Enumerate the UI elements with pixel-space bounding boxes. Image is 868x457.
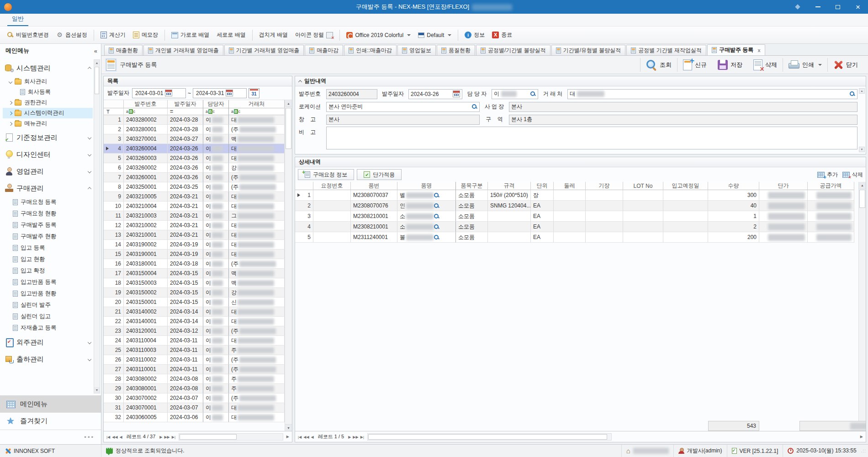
list-filter-cell[interactable]: aBc <box>229 108 285 115</box>
list-row[interactable]: 1824031500032024-03-15이맥 <box>104 278 292 288</box>
record-nav-button[interactable]: ▶| <box>360 435 365 439</box>
scroll-right-button[interactable]: ▶ <box>286 435 290 439</box>
detail-row[interactable]: 3M2308210001소소모품EA1 <box>295 211 866 222</box>
list-row[interactable]: 3224030600052024-03-06이대 <box>104 413 292 422</box>
list-row[interactable]: 2424031100042024-03-11이대 <box>104 336 292 345</box>
theme-dropdown[interactable]: Office 2019 Colorful <box>343 30 414 40</box>
detail-column-수량[interactable]: 수량 <box>708 182 759 190</box>
list-column-담당자[interactable]: 담당자 <box>203 100 229 108</box>
doc-tab[interactable]: 품질현황 <box>437 45 475 55</box>
list-row[interactable]: 1224032100022024-03-21이대 <box>104 221 292 230</box>
doc-tab[interactable]: 구매발주 등록x <box>707 44 765 55</box>
sidebar-item-시스템이력관리[interactable]: 시스템이력관리 <box>3 108 93 118</box>
list-column-거래처[interactable]: 거래처 <box>229 100 285 108</box>
search-icon[interactable] <box>530 91 536 97</box>
general-scrollbar[interactable]: ▲▼ <box>859 88 865 152</box>
record-nav-button[interactable]: |◀ <box>106 435 111 439</box>
filter-funnel-cell[interactable] <box>104 108 124 115</box>
sidebar-item-입고반품 현황[interactable]: 입고반품 현황 <box>3 288 93 299</box>
option-settings-button[interactable]: ⚙옵션설정 <box>53 29 90 41</box>
doc-tab[interactable]: 인쇄::매출마감 <box>344 45 397 55</box>
list-row[interactable]: 1924031500022024-03-15이강 <box>104 288 292 298</box>
sidebar-scrollbar[interactable]: ▲▼ <box>94 59 100 393</box>
sidebar-item-구매요청 등록[interactable]: 구매요청 등록 <box>3 197 93 208</box>
doc-tab[interactable]: 기간별/유형별 불량실적 <box>551 45 626 55</box>
detail-column-입고예정일[interactable]: 입고예정일 <box>663 182 708 190</box>
sidebar-more-button[interactable]: ••• <box>0 430 101 444</box>
sidebar-collapse-button[interactable]: « <box>94 48 97 54</box>
sidebar-item-구매발주 등록[interactable]: 구매발주 등록 <box>3 219 93 231</box>
date-from-input[interactable]: 2024-03-01 <box>132 88 186 98</box>
sidebar-item-입고 등록[interactable]: 입고 등록 <box>3 242 93 254</box>
sidebar-bottom-즐겨찾기[interactable]: 즐겨찾기 <box>0 413 101 430</box>
detail-column-LOT No[interactable]: LOT No <box>623 182 663 190</box>
list-row[interactable]: 2824030800022024-03-08이주 <box>104 374 292 384</box>
info-button[interactable]: i정보 <box>461 29 488 41</box>
doc-tab[interactable]: 매출현황 <box>104 45 143 55</box>
list-row[interactable]: 2024031500012024-03-15이신 <box>104 298 292 307</box>
detail-row[interactable]: 1M2308070037벨소모품150# (200*510)장300 <box>295 190 866 201</box>
sidebar-item-시스템관리[interactable]: 시스템관리 <box>3 59 93 76</box>
sidebar-item-구매관리[interactable]: 구매관리 <box>3 180 93 197</box>
search-icon[interactable] <box>434 234 439 240</box>
action-닫기-button[interactable]: 닫기 <box>828 56 863 74</box>
detail-column-규격[interactable]: 규격 <box>488 182 531 190</box>
list-row[interactable]: 1624031800012024-03-18이(주 <box>104 259 292 269</box>
ribbon-tab-general[interactable]: 일반 <box>7 13 28 26</box>
list-row[interactable]: 2324031200012024-03-12이(주 <box>104 326 292 336</box>
delete-row-button[interactable]: 삭제 <box>842 171 863 179</box>
scheme-dropdown[interactable]: Default <box>415 30 455 40</box>
list-column-발주일자[interactable]: 발주일자 <box>168 100 203 108</box>
detail-column-기장[interactable]: 기장 <box>586 182 623 190</box>
sidebar-item-입고 확정[interactable]: 입고 확정 <box>3 265 93 276</box>
record-nav-button[interactable]: ▶| <box>171 435 176 439</box>
record-nav-button[interactable]: ▶ <box>159 435 163 439</box>
list-row[interactable]: 2724031100012024-03-11이(주 <box>104 365 292 374</box>
notepad-button[interactable]: 메모장 <box>130 29 161 41</box>
search-icon[interactable] <box>471 104 477 110</box>
detail-column-단가[interactable]: 단가 <box>759 182 808 190</box>
list-row[interactable]: 324032700012024-03-27이맥 <box>104 134 292 144</box>
apply-unit-price-button[interactable]: ✔단가적용 <box>357 169 402 180</box>
search-icon[interactable] <box>434 203 439 209</box>
detail-column-품목구분[interactable]: 품목구분 <box>456 182 488 190</box>
detail-column-품번[interactable]: 품번 <box>351 182 397 190</box>
doc-tab[interactable]: 영업일보 <box>397 45 436 55</box>
vendor-field[interactable]: 대 <box>567 89 857 99</box>
detail-column-둘레[interactable]: 둘레 <box>554 182 586 190</box>
record-nav-button[interactable]: |◀ <box>297 435 302 439</box>
sidebar-item-입고반품 등록[interactable]: 입고반품 등록 <box>3 276 93 288</box>
cascade-button[interactable]: 겹치게 배열 <box>256 29 291 41</box>
list-row[interactable]: 224032800012024-03-28이(주 <box>104 125 292 134</box>
list-filter-cell[interactable]: = <box>168 108 203 115</box>
sidebar-item-외주관리[interactable]: 외주관리 <box>3 334 93 351</box>
detail-row[interactable]: 5M2311240001볼소모품EA200 <box>295 232 866 243</box>
search-icon[interactable] <box>434 213 439 219</box>
list-horizontal-scrollbar[interactable] <box>179 433 283 441</box>
scroll-right-button[interactable]: ▶ <box>859 435 864 439</box>
list-row[interactable]: 2924030800012024-03-08이주 <box>104 384 292 393</box>
icon-sort-button[interactable]: 아이콘 정렬 <box>292 29 336 41</box>
list-row[interactable]: 1124032100032024-03-21이그 <box>104 211 292 221</box>
list-row[interactable]: 724032600012024-03-26이(주 <box>104 173 292 182</box>
order-date-field[interactable]: 2024-03-26 <box>408 89 462 99</box>
record-nav-button[interactable]: ▶▶ <box>163 435 170 439</box>
action-신규-button[interactable]: 신규 <box>677 56 712 74</box>
list-row[interactable]: 2624031100022024-03-11이(주 <box>104 355 292 365</box>
collapse-general-icon[interactable] <box>298 80 302 84</box>
manager-field[interactable]: 이 <box>492 89 538 99</box>
list-row[interactable]: 3024030700022024-03-07이(주 <box>104 393 292 403</box>
sidebar-item-디자인센터[interactable]: 디자인센터 <box>3 146 93 163</box>
record-nav-button[interactable]: ◀◀ <box>111 435 118 439</box>
minimize-button[interactable] <box>808 0 828 14</box>
list-filter-cell[interactable]: aBc <box>203 108 229 115</box>
detail-row[interactable]: 2M2308070076인소모품SNMG 120404...EA40 <box>295 201 866 211</box>
list-row[interactable]: 924032100052024-03-21이대 <box>104 192 292 202</box>
list-row[interactable]: 424032600042024-03-26이대 <box>104 144 292 154</box>
action-삭제-button[interactable]: 삭제 <box>748 56 783 74</box>
maximize-button[interactable] <box>828 0 848 14</box>
sidebar-item-구매발주 현황[interactable]: 구매발주 현황 <box>3 231 93 242</box>
change-password-button[interactable]: 비밀번호변경 <box>4 29 52 41</box>
doc-tab[interactable]: 공정별 기간별 재작업실적 <box>626 45 706 55</box>
arrange-vertical-button[interactable]: 세로로 배열 <box>213 29 249 41</box>
